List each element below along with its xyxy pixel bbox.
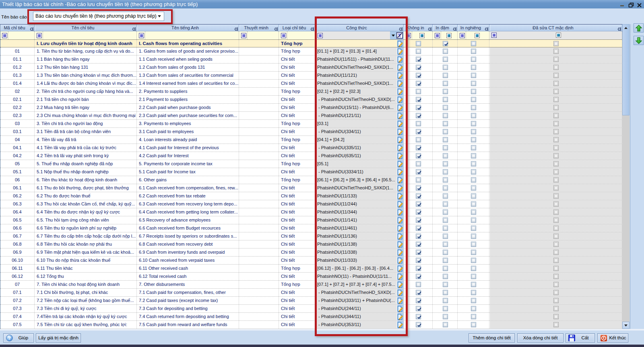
svg-text:?: ?	[8, 336, 11, 341]
